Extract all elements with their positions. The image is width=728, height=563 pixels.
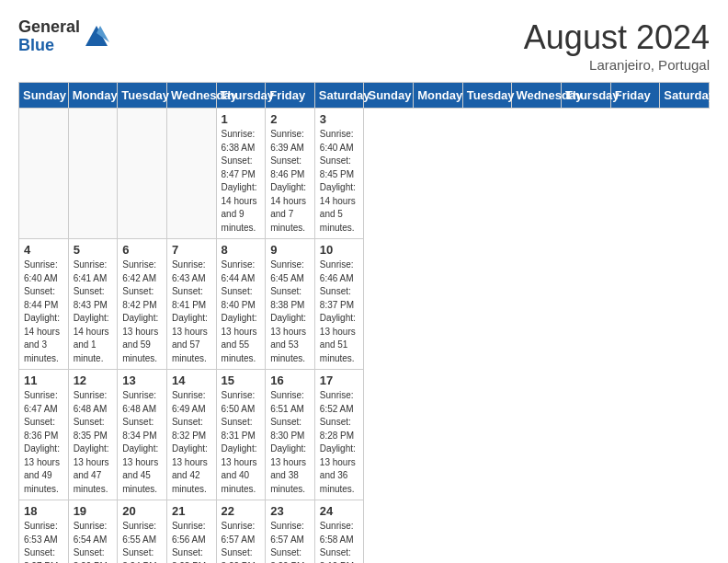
day-info: Sunrise: 6:58 AM Sunset: 8:19 PM Dayligh… <box>320 520 359 563</box>
day-info: Sunrise: 6:48 AM Sunset: 8:34 PM Dayligh… <box>122 389 162 496</box>
calendar-cell: 10Sunrise: 6:46 AM Sunset: 8:37 PM Dayli… <box>314 239 364 370</box>
calendar-cell: 8Sunrise: 6:44 AM Sunset: 8:40 PM Daylig… <box>216 239 266 370</box>
day-header-monday: Monday <box>414 83 463 109</box>
calendar-cell: 7Sunrise: 6:43 AM Sunset: 8:41 PM Daylig… <box>166 239 216 370</box>
day-header-saturday: Saturday <box>314 83 364 109</box>
calendar-cell: 2Sunrise: 6:39 AM Sunset: 8:46 PM Daylig… <box>266 109 315 239</box>
day-number: 21 <box>172 504 211 518</box>
day-number: 23 <box>270 504 310 518</box>
calendar-cell: 22Sunrise: 6:57 AM Sunset: 8:22 PM Dayli… <box>216 500 266 564</box>
day-info: Sunrise: 6:53 AM Sunset: 8:27 PM Dayligh… <box>24 520 63 563</box>
calendar-cell: 6Sunrise: 6:42 AM Sunset: 8:42 PM Daylig… <box>118 239 167 370</box>
logo-general-text: General <box>18 18 80 37</box>
calendar-cell <box>118 109 167 239</box>
day-number: 4 <box>24 243 63 257</box>
day-number: 14 <box>172 373 211 387</box>
day-info: Sunrise: 6:41 AM Sunset: 8:43 PM Dayligh… <box>74 259 113 365</box>
calendar-cell <box>19 109 69 239</box>
calendar-cell: 17Sunrise: 6:52 AM Sunset: 8:28 PM Dayli… <box>314 370 364 500</box>
logo-icon <box>84 24 109 50</box>
day-info: Sunrise: 6:45 AM Sunset: 8:38 PM Dayligh… <box>270 259 310 365</box>
day-number: 8 <box>222 243 261 257</box>
month-title: August 2024 <box>524 18 710 57</box>
day-number: 13 <box>122 373 162 387</box>
day-info: Sunrise: 6:50 AM Sunset: 8:31 PM Dayligh… <box>222 389 261 496</box>
calendar-cell: 12Sunrise: 6:48 AM Sunset: 8:35 PM Dayli… <box>68 370 118 500</box>
day-header-monday: Monday <box>68 83 118 109</box>
day-info: Sunrise: 6:54 AM Sunset: 8:26 PM Dayligh… <box>74 520 113 563</box>
day-number: 24 <box>320 504 359 518</box>
calendar-table: SundayMondayTuesdayWednesdayThursdayFrid… <box>18 82 710 563</box>
title-area: August 2024 Laranjeiro, Portugal <box>524 18 710 73</box>
day-info: Sunrise: 6:48 AM Sunset: 8:35 PM Dayligh… <box>74 389 113 496</box>
day-info: Sunrise: 6:39 AM Sunset: 8:46 PM Dayligh… <box>270 128 310 235</box>
day-header-friday: Friday <box>266 83 315 109</box>
calendar-cell: 21Sunrise: 6:56 AM Sunset: 8:23 PM Dayli… <box>166 500 216 564</box>
logo: General Blue <box>18 18 109 55</box>
day-header-friday: Friday <box>610 83 660 109</box>
day-number: 2 <box>270 112 310 126</box>
day-info: Sunrise: 6:49 AM Sunset: 8:32 PM Dayligh… <box>172 389 211 496</box>
day-number: 6 <box>122 243 162 257</box>
day-header-sunday: Sunday <box>364 83 414 109</box>
calendar-cell: 1Sunrise: 6:38 AM Sunset: 8:47 PM Daylig… <box>216 109 266 239</box>
day-header-thursday: Thursday <box>562 83 611 109</box>
calendar-cell: 16Sunrise: 6:51 AM Sunset: 8:30 PM Dayli… <box>266 370 315 500</box>
day-number: 12 <box>74 373 113 387</box>
calendar-cell: 18Sunrise: 6:53 AM Sunset: 8:27 PM Dayli… <box>19 500 69 564</box>
day-info: Sunrise: 6:57 AM Sunset: 8:22 PM Dayligh… <box>222 520 261 563</box>
day-header-sunday: Sunday <box>19 83 69 109</box>
location-subtitle: Laranjeiro, Portugal <box>524 57 710 73</box>
day-info: Sunrise: 6:42 AM Sunset: 8:42 PM Dayligh… <box>122 259 162 365</box>
day-number: 17 <box>320 373 359 387</box>
calendar-cell: 3Sunrise: 6:40 AM Sunset: 8:45 PM Daylig… <box>314 109 364 239</box>
calendar-week-row: 4Sunrise: 6:40 AM Sunset: 8:44 PM Daylig… <box>19 239 710 370</box>
day-header-wednesday: Wednesday <box>166 83 216 109</box>
day-number: 22 <box>222 504 261 518</box>
calendar-cell: 23Sunrise: 6:57 AM Sunset: 8:20 PM Dayli… <box>266 500 315 564</box>
day-number: 1 <box>222 112 261 126</box>
day-header-tuesday: Tuesday <box>462 83 512 109</box>
calendar-cell: 19Sunrise: 6:54 AM Sunset: 8:26 PM Dayli… <box>68 500 118 564</box>
calendar-week-row: 1Sunrise: 6:38 AM Sunset: 8:47 PM Daylig… <box>19 109 710 239</box>
day-number: 16 <box>270 373 310 387</box>
day-info: Sunrise: 6:47 AM Sunset: 8:36 PM Dayligh… <box>24 389 63 496</box>
calendar-cell: 4Sunrise: 6:40 AM Sunset: 8:44 PM Daylig… <box>19 239 69 370</box>
day-info: Sunrise: 6:40 AM Sunset: 8:44 PM Dayligh… <box>24 259 63 365</box>
day-info: Sunrise: 6:46 AM Sunset: 8:37 PM Dayligh… <box>320 259 359 365</box>
day-header-wednesday: Wednesday <box>512 83 562 109</box>
calendar-cell: 20Sunrise: 6:55 AM Sunset: 8:24 PM Dayli… <box>118 500 167 564</box>
day-header-thursday: Thursday <box>216 83 266 109</box>
day-number: 7 <box>172 243 211 257</box>
calendar-cell: 24Sunrise: 6:58 AM Sunset: 8:19 PM Dayli… <box>314 500 364 564</box>
day-header-tuesday: Tuesday <box>118 83 167 109</box>
day-number: 11 <box>24 373 63 387</box>
calendar-cell: 11Sunrise: 6:47 AM Sunset: 8:36 PM Dayli… <box>19 370 69 500</box>
day-info: Sunrise: 6:38 AM Sunset: 8:47 PM Dayligh… <box>222 128 261 235</box>
day-number: 15 <box>222 373 261 387</box>
day-info: Sunrise: 6:56 AM Sunset: 8:23 PM Dayligh… <box>172 520 211 563</box>
logo-blue-text: Blue <box>18 37 80 55</box>
day-info: Sunrise: 6:44 AM Sunset: 8:40 PM Dayligh… <box>222 259 261 365</box>
day-info: Sunrise: 6:43 AM Sunset: 8:41 PM Dayligh… <box>172 259 211 365</box>
calendar-week-row: 11Sunrise: 6:47 AM Sunset: 8:36 PM Dayli… <box>19 370 710 500</box>
calendar-week-row: 18Sunrise: 6:53 AM Sunset: 8:27 PM Dayli… <box>19 500 710 564</box>
calendar-header-row: SundayMondayTuesdayWednesdayThursdayFrid… <box>19 83 710 109</box>
page-header: General Blue August 2024 Laranjeiro, Por… <box>18 18 710 73</box>
calendar-cell: 14Sunrise: 6:49 AM Sunset: 8:32 PM Dayli… <box>166 370 216 500</box>
day-info: Sunrise: 6:57 AM Sunset: 8:20 PM Dayligh… <box>270 520 310 563</box>
calendar-cell <box>166 109 216 239</box>
day-info: Sunrise: 6:51 AM Sunset: 8:30 PM Dayligh… <box>270 389 310 496</box>
calendar-cell: 13Sunrise: 6:48 AM Sunset: 8:34 PM Dayli… <box>118 370 167 500</box>
calendar-cell: 15Sunrise: 6:50 AM Sunset: 8:31 PM Dayli… <box>216 370 266 500</box>
day-number: 5 <box>74 243 113 257</box>
day-number: 10 <box>320 243 359 257</box>
day-number: 18 <box>24 504 63 518</box>
day-number: 20 <box>122 504 162 518</box>
day-number: 19 <box>74 504 113 518</box>
day-number: 3 <box>320 112 359 126</box>
day-info: Sunrise: 6:55 AM Sunset: 8:24 PM Dayligh… <box>122 520 162 563</box>
day-header-saturday: Saturday <box>660 83 710 109</box>
day-number: 9 <box>270 243 310 257</box>
calendar-cell: 5Sunrise: 6:41 AM Sunset: 8:43 PM Daylig… <box>68 239 118 370</box>
